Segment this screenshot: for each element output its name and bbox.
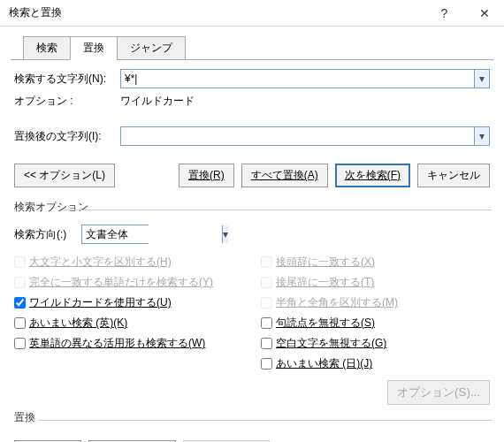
tab-strip: 検索 置換 ジャンプ — [11, 35, 493, 60]
fuzzy-options-button: オプション(S)... — [387, 380, 490, 405]
tab-goto[interactable]: ジャンプ — [117, 36, 186, 60]
direction-combo[interactable]: ▾ — [81, 225, 149, 244]
replace-combo[interactable]: ▾ — [120, 126, 490, 146]
find-input[interactable] — [121, 70, 474, 88]
direction-value[interactable] — [82, 225, 222, 243]
replace-dropdown-icon[interactable]: ▾ — [474, 127, 489, 145]
cancel-button[interactable]: キャンセル — [417, 164, 490, 187]
window-title: 検索と置換 — [9, 5, 424, 20]
replace-input[interactable] — [121, 127, 474, 145]
sounds-like-jp-checkbox[interactable]: あいまい検索 (日)(J) — [261, 356, 490, 371]
direction-dropdown-icon[interactable]: ▾ — [222, 225, 228, 243]
find-combo[interactable]: ▾ — [120, 69, 490, 88]
help-button[interactable]: ? — [424, 0, 464, 27]
replace-section-heading: 置換 — [14, 410, 504, 425]
half-full-checkbox: 半角と全角を区別する(M) — [261, 295, 490, 310]
close-button[interactable]: ✕ — [464, 0, 504, 27]
ignore-ws-checkbox[interactable]: 空白文字を無視する(G) — [261, 336, 490, 351]
direction-label: 検索方向(:) — [14, 227, 81, 242]
less-options-button[interactable]: << オプション(L) — [14, 164, 115, 187]
option-value: ワイルドカード — [120, 94, 195, 109]
match-case-checkbox: 大文字と小文字を区別する(H) — [14, 255, 243, 270]
match-prefix-checkbox: 接頭辞に一致する(X) — [261, 255, 490, 270]
ignore-punct-checkbox[interactable]: 句読点を無視する(S) — [261, 316, 490, 331]
titlebar: 検索と置換 ? ✕ — [0, 0, 504, 27]
find-next-button[interactable]: 次を検索(F) — [335, 164, 410, 187]
match-suffix-checkbox: 接尾辞に一致する(T) — [261, 275, 490, 290]
whole-word-checkbox: 完全に一致する単語だけを検索する(Y) — [14, 275, 243, 290]
search-options-heading: 検索オプション — [14, 200, 504, 215]
tab-find[interactable]: 検索 — [23, 36, 71, 60]
replace-button[interactable]: 置換(R) — [179, 164, 234, 187]
option-label: オプション : — [14, 94, 120, 109]
sounds-like-en-checkbox[interactable]: あいまい検索 (英)(K) — [14, 316, 243, 331]
tab-replace[interactable]: 置換 — [70, 36, 118, 60]
wildcards-checkbox[interactable]: ワイルドカードを使用する(U) — [14, 295, 243, 310]
find-label: 検索する文字列(N): — [14, 72, 120, 87]
word-forms-en-checkbox[interactable]: 英単語の異なる活用形も検索する(W) — [14, 336, 243, 351]
find-dropdown-icon[interactable]: ▾ — [474, 70, 489, 88]
replace-all-button[interactable]: すべて置換(A) — [241, 164, 328, 187]
replace-label: 置換後の文字列(I): — [14, 129, 120, 144]
